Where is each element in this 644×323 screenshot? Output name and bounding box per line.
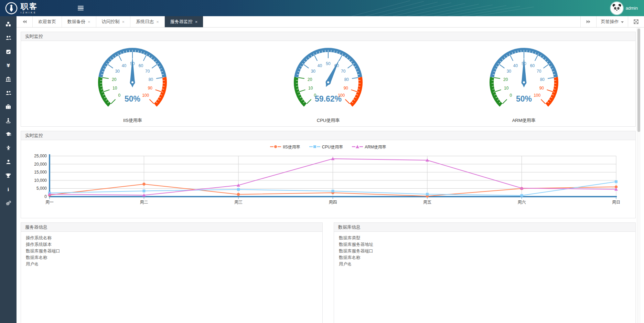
svg-text:60: 60 [139, 63, 143, 68]
legend-label: CPU使用率 [322, 144, 343, 150]
svg-text:10: 10 [308, 86, 313, 91]
svg-text:70: 70 [341, 69, 346, 74]
users-icon [6, 35, 11, 41]
svg-text:100: 100 [534, 93, 540, 98]
info-icon: i [6, 187, 11, 192]
tab-operations-dropdown[interactable]: 页签操作 [597, 16, 628, 27]
tab-close-icon[interactable]: × [122, 20, 125, 24]
svg-text:5,000: 5,000 [36, 186, 47, 191]
sidebar-item-gears[interactable] [0, 196, 17, 210]
top-navbar: 职客 IZHIKE ad [0, 0, 644, 16]
sidebar-item-bank[interactable] [0, 72, 17, 86]
legend-item-arm[interactable]: ARM使用率 [352, 144, 386, 150]
usage-line-chart: 05,00010,00015,00020,00025,000周一周二周三周四周五… [24, 152, 622, 208]
svg-text:¥: ¥ [7, 63, 10, 68]
tab-bar: 欢迎首页 数据备份 × 访问控制 × 系统日志 × 服务器监控 × [17, 16, 644, 28]
server-info-item: 数据库名称 [26, 254, 318, 261]
scrollbar-thumb[interactable] [637, 29, 640, 132]
fullscreen-arrows-icon [634, 19, 638, 24]
svg-text:100: 100 [142, 93, 149, 98]
tab-server-monitor[interactable]: 服务器监控 × [165, 16, 204, 27]
svg-text:80: 80 [540, 77, 545, 82]
tab-label: 系统日志 [136, 19, 154, 25]
sidebar-item-info[interactable]: i [0, 183, 17, 196]
svg-text:20: 20 [112, 77, 117, 82]
sidebar-item-user[interactable] [0, 155, 17, 169]
briefcase-icon [6, 104, 11, 110]
sidebar-item-briefcase[interactable] [0, 100, 17, 114]
svg-text:20: 20 [308, 77, 312, 82]
legend-label: IIS使用率 [283, 144, 300, 150]
tabbar-spacer [203, 16, 581, 27]
username-label: admin [626, 6, 638, 11]
svg-text:周五: 周五 [423, 200, 431, 205]
icon-sidebar: ¥ [0, 16, 17, 323]
svg-text:0: 0 [509, 93, 512, 98]
server-info-item: 操作系统名称 [26, 235, 318, 241]
sidebar-item-street-view[interactable] [0, 114, 17, 127]
gauge-title: ARM使用率 [479, 117, 569, 124]
user-icon [6, 159, 11, 165]
sidebar-item-graduation-cap[interactable] [0, 127, 17, 141]
tabs-scroll-left-button[interactable] [17, 16, 33, 27]
svg-text:20: 20 [503, 77, 508, 82]
sidebar-toggle-button[interactable] [74, 0, 87, 16]
tab-close-icon[interactable]: × [88, 20, 90, 24]
gauge-iis: 010203040506070809010050% IIS使用率 [88, 44, 177, 124]
legend-label: ARM使用率 [365, 144, 386, 150]
sidebar-item-trophy[interactable] [0, 169, 17, 183]
tab-close-icon[interactable]: × [195, 20, 198, 24]
svg-text:90: 90 [344, 86, 348, 91]
chart-legend: IIS使用率 CPU使用率 ARM使用率 [21, 144, 635, 150]
gauge-arm: 010203040506070809010050% ARM使用率 [479, 44, 569, 124]
realtime-chart-panel: 实时监控 IIS使用率 CPU使用率 ARM使用率 [21, 131, 636, 218]
gauge-dial: 010203040506070809010050% [88, 44, 177, 117]
sidebar-item-users[interactable] [0, 31, 17, 45]
main-content: 实时监控 010203040506070809010050% IIS使用率 01… [17, 28, 644, 323]
tabs-scroll-right-button[interactable] [581, 16, 597, 27]
cubes-icon [6, 21, 11, 27]
gauge-dial: 010203040506070809010050% [479, 44, 569, 117]
server-info-item: 用户名 [26, 261, 318, 268]
svg-text:10,000: 10,000 [34, 178, 47, 183]
tab-welcome[interactable]: 欢迎首页 [33, 16, 62, 27]
svg-text:20,000: 20,000 [34, 162, 47, 167]
db-info-item: 数据库名称 [339, 254, 631, 261]
sidebar-item-check-square[interactable] [0, 45, 17, 59]
db-info-item: 数据库类型 [339, 235, 631, 241]
svg-text:周三: 周三 [234, 200, 243, 205]
svg-text:周六: 周六 [518, 200, 526, 205]
fullscreen-button[interactable] [628, 16, 644, 27]
svg-text:周四: 周四 [329, 200, 337, 205]
svg-text:10: 10 [504, 86, 509, 91]
tab-label: 欢迎首页 [38, 19, 56, 25]
sidebar-item-yen[interactable]: ¥ [0, 59, 17, 72]
svg-text:70: 70 [145, 69, 150, 74]
legend-item-cpu[interactable]: CPU使用率 [309, 144, 343, 150]
svg-text:59.62%: 59.62% [315, 94, 342, 103]
gauge-title: CPU使用率 [283, 117, 373, 124]
gauge-title: IIS使用率 [88, 117, 177, 124]
tab-access-control[interactable]: 访问控制 × [96, 16, 131, 27]
svg-text:15,000: 15,000 [34, 170, 47, 175]
tab-label: 访问控制 [102, 19, 120, 25]
navbar-decoration-lines [352, 0, 537, 16]
db-info-item: 用户名 [339, 261, 631, 268]
svg-text:0: 0 [118, 93, 121, 98]
svg-text:30: 30 [115, 69, 120, 74]
sidebar-item-child[interactable] [0, 141, 17, 155]
svg-text:90: 90 [148, 86, 153, 91]
sidebar-item-cubes[interactable] [0, 17, 17, 31]
tab-system-log[interactable]: 系统日志 × [130, 16, 165, 27]
panel-title: 数据库信息 [334, 223, 635, 232]
double-right-arrow-icon [586, 20, 591, 24]
panel-title: 实时监控 [21, 32, 635, 41]
legend-item-iis[interactable]: IIS使用率 [270, 144, 300, 150]
user-menu[interactable]: admin [611, 2, 644, 14]
svg-text:10: 10 [112, 86, 117, 91]
tab-data-backup[interactable]: 数据备份 × [62, 16, 96, 27]
panel-title: 实时监控 [21, 131, 635, 140]
sidebar-item-users-2[interactable] [0, 86, 17, 100]
tab-close-icon[interactable]: × [156, 20, 159, 24]
brand-logo: 职客 IZHIKE [0, 2, 69, 15]
